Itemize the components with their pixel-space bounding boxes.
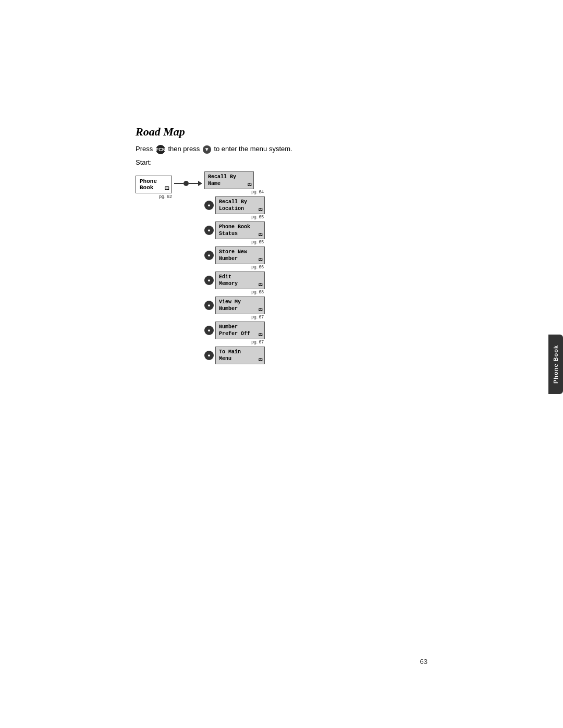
start-line1: Phone <box>140 178 157 184</box>
down-arrow-badge: ▼ <box>203 145 211 154</box>
bullet-4: ● <box>204 251 214 260</box>
prefer-off-pg: pg. 67 <box>204 339 265 344</box>
view-number-icon: 🕮 <box>259 307 263 313</box>
recall-name-line2: Name <box>208 181 221 187</box>
recall-name-icon: 🕮 <box>248 182 252 188</box>
recall-loc-line1: Recall By <box>219 199 247 205</box>
arrow-column <box>172 181 204 186</box>
recall-loc-icon: 🕮 <box>259 207 263 213</box>
edit-memory-line1: Edit <box>219 274 231 280</box>
start-pg: pg. 62 <box>136 194 172 199</box>
recall-loc-pg: pg. 65 <box>204 214 265 219</box>
menu-item-row-4: ● Store New Number 🕮 pg. 66 <box>204 246 265 270</box>
edit-memory-icon: 🕮 <box>259 282 263 288</box>
store-number-icon: 🕮 <box>259 257 263 263</box>
item-recall-by-name: Recall By Name 🕮 <box>204 171 265 189</box>
horizontal-arrow <box>174 181 202 186</box>
page-title: Road Map <box>136 125 427 139</box>
menu-item-box-recall-location: Recall By Location 🕮 <box>215 196 265 214</box>
start-box: Phone Book 🕮 <box>136 176 172 193</box>
connector-dot <box>183 181 189 186</box>
menu-item-row-5: ● Edit Memory 🕮 pg. 68 <box>204 272 265 295</box>
page-content: Road Map Press FCN then press ▼ to enter… <box>136 125 427 365</box>
main-menu-line2: Menu <box>219 356 231 362</box>
menu-item-row-2: ● Recall By Location 🕮 pg. 65 <box>204 196 265 220</box>
menu-item-row-3: ● Phone Book Status 🕮 pg. 65 <box>204 221 265 245</box>
store-number-pg: pg. 66 <box>204 264 265 269</box>
phone-status-line2: Status <box>219 231 238 237</box>
item-recall-by-location: ● Recall By Location 🕮 <box>204 196 265 214</box>
recall-name-pg: pg. 64 <box>204 189 265 194</box>
store-number-line2: Number <box>219 256 238 262</box>
menu-item-box-main-menu: To Main Menu 🕮 <box>215 347 265 364</box>
main-menu-line1: To Main <box>219 349 241 355</box>
menu-items-column: Recall By Name 🕮 pg. 64 ● Recall By Loca… <box>204 171 265 365</box>
phone-status-icon: 🕮 <box>259 232 263 238</box>
menu-item-box-recall-name: Recall By Name 🕮 <box>204 171 254 189</box>
store-number-line1: Store New <box>219 249 247 255</box>
menu-item-row-7: ● Number Prefer Off 🕮 pg. 67 <box>204 322 265 346</box>
recall-loc-line2: Location <box>219 206 244 212</box>
item-to-main-menu: ● To Main Menu 🕮 <box>204 347 265 364</box>
menu-item-box-store-number: Store New Number 🕮 <box>215 246 265 264</box>
bullet-8: ● <box>204 351 214 360</box>
prefer-off-icon: 🕮 <box>259 332 263 338</box>
start-column: Phone Book 🕮 pg. 62 <box>136 176 172 199</box>
item-store-new-number: ● Store New Number 🕮 <box>204 246 265 264</box>
arrow-line <box>174 183 183 184</box>
roadmap-diagram: Phone Book 🕮 pg. 62 Recall By <box>136 171 427 365</box>
item-edit-memory: ● Edit Memory 🕮 <box>204 272 265 289</box>
edit-memory-line2: Memory <box>219 281 238 287</box>
bullet-2: ● <box>204 201 214 210</box>
menu-item-box-view-number: View My Number 🕮 <box>215 297 265 314</box>
main-menu-icon: 🕮 <box>259 357 263 363</box>
view-number-line1: View My <box>219 299 241 305</box>
menu-item-box-phone-status: Phone Book Status 🕮 <box>215 221 265 239</box>
menu-item-row-8: ● To Main Menu 🕮 <box>204 347 265 364</box>
page-number: 63 <box>420 658 427 665</box>
fcn-badge: FCN <box>156 145 165 154</box>
bullet-7: ● <box>204 326 214 335</box>
intro-paragraph: Press FCN then press ▼ to enter the menu… <box>136 145 427 154</box>
bullet-5: ● <box>204 276 214 285</box>
prefer-off-line2: Prefer Off <box>219 331 250 337</box>
phone-status-line1: Phone Book <box>219 224 250 230</box>
item-number-prefer-off: ● Number Prefer Off 🕮 <box>204 322 265 339</box>
prefer-off-line1: Number <box>219 324 238 330</box>
menu-item-row-1: Recall By Name 🕮 pg. 64 <box>204 171 265 195</box>
menu-item-box-edit-memory: Edit Memory 🕮 <box>215 272 265 289</box>
recall-name-line1: Recall By <box>208 174 236 180</box>
item-phone-book-status: ● Phone Book Status 🕮 <box>204 221 265 239</box>
arrowhead <box>198 181 202 186</box>
start-line2: Book <box>140 184 153 191</box>
book-icon: 🕮 <box>165 186 169 191</box>
arrow-line2 <box>189 183 198 184</box>
menu-item-box-prefer-off: Number Prefer Off 🕮 <box>215 322 265 339</box>
phone-status-pg: pg. 65 <box>204 239 265 244</box>
item-view-my-number: ● View My Number 🕮 <box>204 297 265 314</box>
menu-item-row-6: ● View My Number 🕮 pg. 67 <box>204 297 265 320</box>
bullet-6: ● <box>204 301 214 310</box>
view-number-line2: Number <box>219 306 238 312</box>
edit-memory-pg: pg. 68 <box>204 289 265 294</box>
bullet-3: ● <box>204 226 214 235</box>
start-label: Start: <box>136 158 427 166</box>
view-number-pg: pg. 67 <box>204 314 265 319</box>
side-tab: Phone Book <box>548 334 563 393</box>
